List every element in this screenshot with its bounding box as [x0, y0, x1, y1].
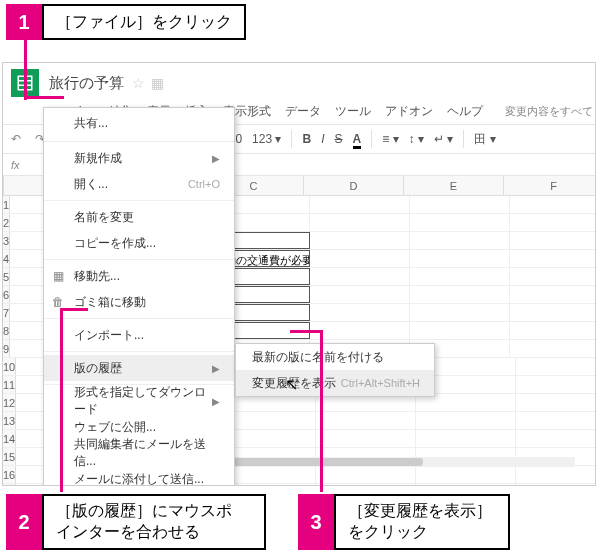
row-header[interactable]: 5: [3, 268, 10, 285]
file-menu-rename[interactable]: 名前を変更: [44, 204, 234, 230]
cell[interactable]: [410, 286, 510, 303]
menu-data[interactable]: データ: [285, 103, 321, 120]
cell[interactable]: [316, 430, 416, 447]
strikethrough-button[interactable]: S: [335, 132, 343, 146]
file-menu-share[interactable]: 共有...: [44, 108, 234, 138]
file-menu-email-collaborators[interactable]: 共同編集者にメールを送信...: [44, 440, 234, 466]
column-header-e[interactable]: E: [404, 176, 504, 195]
cell[interactable]: [510, 304, 596, 321]
cell[interactable]: [310, 196, 410, 213]
row-header[interactable]: 8: [3, 322, 10, 339]
row-header[interactable]: 6: [3, 286, 10, 303]
undo-icon[interactable]: ↶: [11, 132, 25, 146]
document-title[interactable]: 旅行の予算: [49, 74, 124, 93]
cell[interactable]: [416, 430, 516, 447]
cell[interactable]: [510, 268, 596, 285]
cell[interactable]: [416, 484, 516, 486]
file-menu-new[interactable]: 新規作成▶: [44, 145, 234, 171]
submenu-name-version[interactable]: 最新の版に名前を付ける: [236, 344, 434, 370]
row-header[interactable]: 14: [3, 430, 16, 447]
row-header[interactable]: 4: [3, 250, 10, 267]
horizontal-scrollbar[interactable]: [233, 457, 575, 467]
cell[interactable]: [510, 232, 596, 249]
cell[interactable]: [310, 304, 410, 321]
text-color-button[interactable]: A: [353, 132, 362, 146]
row-header[interactable]: 11: [3, 376, 16, 393]
cell[interactable]: [516, 376, 596, 393]
menu-addons[interactable]: アドオン: [385, 103, 433, 120]
file-menu-copy[interactable]: コピーを作成...: [44, 230, 234, 256]
cell[interactable]: [416, 412, 516, 429]
cell[interactable]: [410, 214, 510, 231]
menu-tools[interactable]: ツール: [335, 103, 371, 120]
cell[interactable]: [316, 466, 416, 483]
cell[interactable]: [316, 484, 416, 486]
file-menu-trash[interactable]: 🗑 ゴミ箱に移動: [44, 289, 234, 315]
row-header[interactable]: 7: [3, 304, 10, 321]
cell[interactable]: [516, 484, 596, 486]
row-header[interactable]: 17: [3, 484, 16, 486]
star-icon[interactable]: ☆: [132, 75, 145, 91]
callout-number: 1: [6, 4, 42, 40]
cell[interactable]: [410, 232, 510, 249]
cell[interactable]: [410, 268, 510, 285]
cell[interactable]: [410, 322, 510, 339]
file-menu-email-attachment[interactable]: メールに添付して送信...: [44, 466, 234, 486]
cell[interactable]: [310, 268, 410, 285]
scrollbar-thumb[interactable]: [233, 458, 423, 466]
italic-button[interactable]: I: [321, 132, 324, 146]
file-menu-download[interactable]: 形式を指定してダウンロード▶: [44, 388, 234, 414]
row-header[interactable]: 12: [3, 394, 16, 411]
align-button[interactable]: ≡ ▾: [382, 132, 398, 146]
menu-help[interactable]: ヘルプ: [447, 103, 483, 120]
cell[interactable]: [410, 304, 510, 321]
valign-button[interactable]: ↕ ▾: [409, 132, 424, 146]
cell[interactable]: [510, 322, 596, 339]
file-menu-move[interactable]: ▦ 移動先...: [44, 263, 234, 289]
callout-connector: [290, 330, 323, 333]
cell[interactable]: [510, 196, 596, 213]
column-header-d[interactable]: D: [304, 176, 404, 195]
cell[interactable]: [310, 286, 410, 303]
file-menu-open[interactable]: 開く...Ctrl+O: [44, 171, 234, 197]
row-header[interactable]: 2: [3, 214, 10, 231]
menu-separator: [44, 259, 234, 260]
cell[interactable]: [310, 214, 410, 231]
submenu-show-history[interactable]: 変更履歴を表示 Ctrl+Alt+Shift+H: [236, 370, 434, 396]
callout-number: 2: [6, 494, 42, 550]
number-format-button[interactable]: 123 ▾: [252, 132, 281, 146]
wrap-button[interactable]: ↵ ▾: [434, 132, 453, 146]
cell[interactable]: [510, 250, 596, 267]
cell[interactable]: [310, 232, 410, 249]
menu-separator: [44, 318, 234, 319]
borders-button[interactable]: 田 ▾: [474, 131, 495, 148]
folder-icon[interactable]: ▦: [151, 75, 164, 91]
row-header[interactable]: 10: [3, 358, 16, 375]
cell[interactable]: [416, 466, 516, 483]
cell[interactable]: [410, 196, 510, 213]
cell[interactable]: [516, 430, 596, 447]
cell[interactable]: [516, 466, 596, 483]
column-header-f[interactable]: F: [504, 176, 596, 195]
menu-separator: [44, 200, 234, 201]
file-menu-version-history[interactable]: 版の履歴▶: [44, 355, 234, 381]
cell[interactable]: [316, 412, 416, 429]
cell[interactable]: [516, 412, 596, 429]
row-header[interactable]: 3: [3, 232, 10, 249]
row-header[interactable]: 13: [3, 412, 16, 429]
cell[interactable]: [310, 322, 410, 339]
cell[interactable]: [310, 250, 410, 267]
file-menu-import[interactable]: インポート...: [44, 322, 234, 348]
row-header[interactable]: 9: [3, 340, 10, 357]
cell[interactable]: [516, 358, 596, 375]
cell[interactable]: [510, 340, 596, 357]
cell[interactable]: [516, 394, 596, 411]
cell[interactable]: [410, 250, 510, 267]
row-header[interactable]: 16: [3, 466, 16, 483]
cell[interactable]: [510, 214, 596, 231]
row-header[interactable]: 15: [3, 448, 16, 465]
bold-button[interactable]: B: [302, 132, 311, 146]
cell[interactable]: [510, 286, 596, 303]
row-header[interactable]: 1: [3, 196, 10, 213]
shortcut-label: Ctrl+Alt+Shift+H: [341, 377, 420, 389]
